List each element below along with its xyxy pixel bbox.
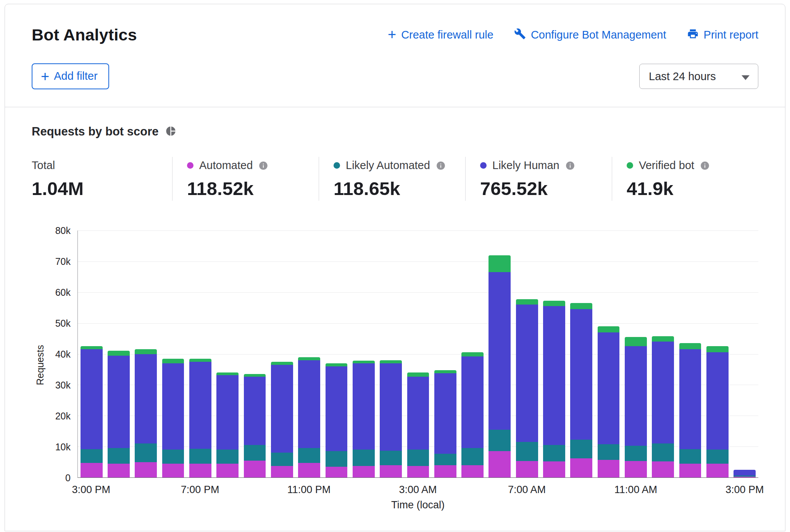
bar-slot	[540, 231, 568, 477]
bar-segment	[706, 346, 729, 352]
y-tick-label: 80k	[55, 225, 71, 236]
bar-segment	[271, 466, 293, 477]
configure-bot-management-label: Configure Bot Management	[531, 29, 666, 41]
stacked-bar[interactable]	[679, 343, 701, 477]
bar-segment	[189, 464, 211, 477]
stacked-bar[interactable]	[244, 374, 266, 477]
stacked-bar[interactable]	[570, 303, 592, 477]
stacked-bar[interactable]	[353, 361, 375, 477]
info-icon[interactable]	[258, 161, 268, 171]
stacked-bar[interactable]	[625, 337, 647, 477]
bar-segment	[216, 375, 239, 450]
stacked-bar[interactable]	[543, 301, 565, 477]
printer-icon	[687, 28, 699, 42]
stacked-bar[interactable]	[734, 470, 756, 477]
section-title: Requests by bot score	[32, 125, 158, 139]
stat-value: 118.52k	[187, 178, 307, 199]
bar-slot	[677, 231, 704, 477]
stacked-bar[interactable]	[135, 349, 157, 477]
time-range-select[interactable]: Last 24 hours	[639, 64, 758, 89]
stacked-bar[interactable]	[108, 351, 130, 477]
bar-segment	[298, 463, 320, 477]
stacked-bar[interactable]	[489, 255, 511, 477]
info-icon[interactable]	[436, 161, 446, 171]
bar-segment	[598, 444, 620, 459]
stacked-bar[interactable]	[598, 326, 620, 477]
bar-segment	[706, 450, 729, 463]
y-tick-label: 40k	[55, 349, 71, 360]
add-filter-button[interactable]: + Add filter	[32, 63, 109, 89]
bar-slot	[405, 231, 432, 477]
stats-row: Total 1.04M Automated118.52kLikely Autom…	[32, 157, 758, 201]
y-tick-label: 30k	[55, 380, 71, 391]
series-color-dot	[334, 162, 340, 169]
bar-segment	[652, 342, 674, 443]
stacked-bar[interactable]	[407, 372, 429, 477]
bar-segment	[244, 461, 266, 477]
bar-slot	[187, 231, 214, 477]
bar-segment	[543, 306, 565, 445]
bar-segment	[407, 377, 429, 450]
bar-segment	[489, 255, 511, 272]
bar-segment	[81, 349, 103, 449]
bar-segment	[679, 349, 701, 449]
bar-segment	[135, 443, 157, 462]
bar-segment	[625, 461, 647, 477]
stacked-bar[interactable]	[189, 359, 211, 477]
bar-slot	[323, 231, 350, 477]
bar-segment	[353, 363, 375, 450]
info-icon[interactable]	[700, 161, 710, 171]
bar-segment	[434, 465, 456, 477]
plot-area	[77, 231, 758, 478]
bar-segment	[326, 363, 348, 366]
header-actions: + Create firewall rule Configure Bot Man…	[388, 28, 758, 42]
bar-segment	[162, 450, 184, 463]
bar-segment	[380, 465, 402, 477]
stat-likely-automated: Likely Automated118.65k	[319, 157, 465, 201]
print-report-link[interactable]: Print report	[687, 28, 758, 42]
bar-slot	[432, 231, 459, 477]
stat-value: 118.65k	[334, 178, 454, 199]
y-tick-label: 70k	[55, 256, 71, 267]
bar-segment	[380, 360, 402, 363]
x-axis-ticks: 3:00 PM7:00 PM11:00 PM3:00 AM7:00 AM11:0…	[77, 478, 758, 498]
bar-segment	[108, 448, 130, 463]
stacked-bar[interactable]	[652, 336, 674, 477]
bar-segment	[189, 359, 211, 362]
stacked-bar[interactable]	[434, 370, 456, 477]
bar-segment	[162, 359, 184, 363]
stacked-bar[interactable]	[326, 363, 348, 477]
stat-label: Total	[32, 159, 55, 172]
info-icon[interactable]	[565, 161, 575, 171]
bar-segment	[570, 303, 592, 309]
create-firewall-rule-link[interactable]: + Create firewall rule	[388, 28, 493, 42]
bar-segment	[380, 363, 402, 451]
bar-segment	[679, 464, 701, 477]
bar-slot	[459, 231, 486, 477]
bar-segment	[516, 461, 538, 477]
bar-segment	[108, 464, 130, 477]
bar-segment	[353, 466, 375, 477]
stacked-bar[interactable]	[162, 359, 184, 477]
bar-segment	[326, 451, 348, 466]
create-firewall-rule-label: Create firewall rule	[401, 29, 493, 41]
configure-bot-management-link[interactable]: Configure Bot Management	[514, 28, 666, 42]
stacked-bar[interactable]	[271, 362, 293, 477]
stacked-bar[interactable]	[298, 357, 320, 477]
bar-segment	[271, 453, 293, 466]
stacked-bar[interactable]	[81, 346, 103, 477]
stacked-bar[interactable]	[516, 299, 538, 477]
bar-slot	[268, 231, 295, 477]
bar-segment	[353, 450, 375, 466]
stacked-bar[interactable]	[461, 352, 484, 477]
bar-segment	[189, 362, 211, 449]
stacked-bar[interactable]	[380, 360, 402, 477]
x-axis-title: Time (local)	[77, 499, 758, 511]
bar-slot	[105, 231, 132, 477]
bar-segment	[543, 445, 565, 461]
stacked-bar[interactable]	[706, 346, 729, 477]
stacked-bar[interactable]	[216, 372, 239, 477]
bar-segment	[298, 357, 320, 360]
x-tick-label: 3:00 AM	[399, 484, 437, 496]
bar-segment	[434, 373, 456, 453]
